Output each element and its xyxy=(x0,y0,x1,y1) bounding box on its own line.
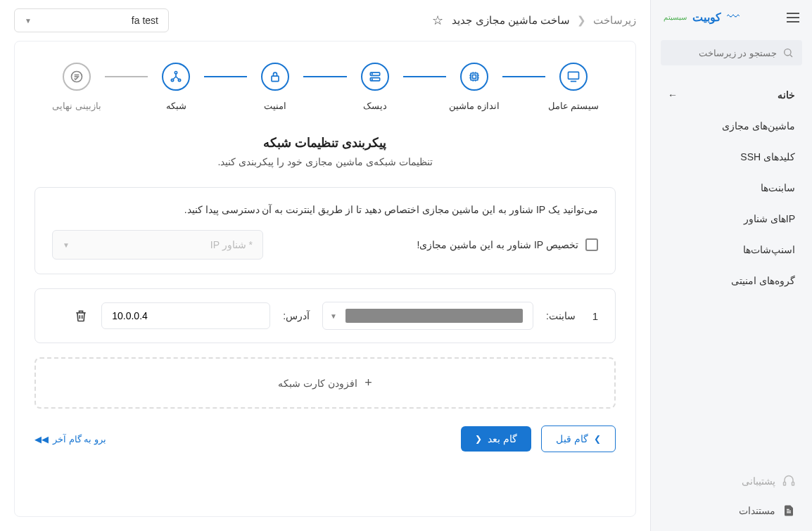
breadcrumb-current: ساخت ماشین مجازی جدید xyxy=(452,14,570,27)
next-label: گام بعد xyxy=(488,433,517,444)
footer-docs[interactable]: مستندات xyxy=(651,496,812,525)
project-dropdown[interactable]: ▼ fa test xyxy=(14,8,169,32)
checkbox-icon[interactable] xyxy=(585,238,598,251)
brand-sub: سیسیتم xyxy=(664,13,687,21)
arrow-left-icon: ← xyxy=(668,89,678,101)
svg-rect-20 xyxy=(272,76,279,82)
svg-rect-4 xyxy=(569,72,579,79)
nav-label: گروه‌های امنیتی xyxy=(731,275,795,286)
server-icon xyxy=(361,63,389,91)
nav-home[interactable]: خانه ← xyxy=(651,79,812,110)
sidebar: 〰 کوبیت سیسیتم خانه ← ماشین‌های مجازی کل… xyxy=(650,0,812,531)
floating-ip-info: می‌توانید یک IP شناور به این ماشین مجازی… xyxy=(52,202,598,217)
checklist-icon xyxy=(63,63,91,91)
floating-ip-checkbox-wrap[interactable]: تخصیص IP شناور به این ماشین مجازی! xyxy=(277,238,598,251)
nav-label: اسنپ‌شات‌ها xyxy=(743,244,795,255)
breadcrumb-parent[interactable]: زیرساخت xyxy=(593,14,636,27)
document-icon xyxy=(782,504,795,517)
breadcrumb: زیرساخت ❮ ساخت ماشین مجازی جدید xyxy=(452,14,636,27)
search-icon xyxy=(782,47,794,58)
project-selected: fa test xyxy=(132,15,158,26)
subnet-label: سابنت: xyxy=(546,310,576,321)
goto-last-label: برو به گام آخر xyxy=(53,434,106,444)
step-label: اندازه ماشین xyxy=(449,101,500,111)
svg-line-1 xyxy=(790,55,792,57)
floating-ip-panel: می‌توانید یک IP شناور به این ماشین مجازی… xyxy=(34,187,616,274)
step-os[interactable]: سیستم عامل xyxy=(545,63,602,111)
search-box[interactable] xyxy=(661,40,802,65)
step-label: بازبینی نهایی xyxy=(52,101,101,111)
svg-line-25 xyxy=(173,77,176,79)
nav-ssh[interactable]: کلیدهای SSH xyxy=(651,141,812,172)
footer-label: مستندات xyxy=(739,505,775,516)
double-chevron-left-icon: ◀◀ xyxy=(34,434,49,444)
stepper: سیستم عامل اندازه ماشین دیسک xyxy=(34,63,616,125)
chevron-right-icon: ❯ xyxy=(594,434,601,444)
goto-last-button[interactable]: برو به گام آخر ◀◀ xyxy=(34,434,106,444)
network-icon xyxy=(162,63,190,91)
svg-point-18 xyxy=(372,74,372,75)
star-icon[interactable]: ☆ xyxy=(432,13,443,28)
svg-point-21 xyxy=(175,72,177,74)
hamburger-icon[interactable] xyxy=(787,13,799,23)
step-size[interactable]: اندازه ماشین xyxy=(446,63,502,111)
floating-ip-select: ▼ IP شناور * xyxy=(52,230,263,260)
step-label: دیسک xyxy=(363,101,387,111)
brand-logo[interactable]: 〰 کوبیت سیسیتم xyxy=(664,10,740,25)
nav-label: کلیدهای SSH xyxy=(740,151,795,162)
step-disk[interactable]: دیسک xyxy=(347,63,403,111)
svg-rect-2 xyxy=(784,482,786,486)
trash-icon[interactable] xyxy=(73,308,89,324)
step-review[interactable]: بازبینی نهایی xyxy=(49,63,105,111)
section-title: پیکربندی تنظیمات شبکه xyxy=(34,135,616,151)
lock-icon xyxy=(261,63,289,91)
nav-vms[interactable]: ماشین‌های مجازی xyxy=(651,110,812,141)
nav-floating-ips[interactable]: IPهای شناور xyxy=(651,203,812,234)
chevron-down-icon: ▼ xyxy=(25,17,32,25)
add-nic-button[interactable]: + افزودن کارت شبکه xyxy=(34,357,616,409)
prev-label: گام قبل xyxy=(556,433,588,444)
subnet-select[interactable]: ▼ xyxy=(322,302,533,330)
headset-icon xyxy=(782,475,795,487)
footer-support[interactable]: پشتیبانی xyxy=(651,466,812,496)
svg-rect-6 xyxy=(471,73,478,80)
svg-rect-7 xyxy=(472,75,476,79)
footer-label: پشتیبانی xyxy=(742,475,775,487)
section-desc: تنظیمات شبکه‌ی ماشین مجازی خود را پیکربن… xyxy=(34,156,616,167)
chevron-down-icon: ▼ xyxy=(330,312,337,320)
address-input[interactable] xyxy=(101,302,270,329)
address-label: آدرس: xyxy=(283,310,310,321)
svg-point-0 xyxy=(785,49,791,56)
nav: خانه ← ماشین‌های مجازی کلیدهای SSH سابنت… xyxy=(651,74,812,461)
nav-subnets[interactable]: سابنت‌ها xyxy=(651,172,812,203)
sidebar-header: 〰 کوبیت سیسیتم xyxy=(651,0,812,34)
wizard-actions: ❯ گام قبل گام بعد ❮ برو به گام آخر ◀◀ xyxy=(34,426,616,452)
nav-label: سابنت‌ها xyxy=(761,182,795,193)
svg-point-19 xyxy=(372,79,372,79)
monitor-icon xyxy=(559,63,588,91)
chevron-down-icon: ▼ xyxy=(63,241,70,249)
step-label: شبکه xyxy=(166,101,186,111)
nav-label: IPهای شناور xyxy=(744,213,795,224)
prev-button[interactable]: ❯ گام قبل xyxy=(541,426,616,452)
wave-icon: 〰 xyxy=(727,10,740,25)
next-button[interactable]: گام بعد ❮ xyxy=(461,426,531,452)
brand-name: کوبیت xyxy=(692,11,721,24)
nav-label: ماشین‌های مجازی xyxy=(722,120,795,132)
step-network[interactable]: شبکه xyxy=(148,63,204,111)
select-placeholder: IP شناور * xyxy=(210,239,253,250)
add-nic-label: افزودن کارت شبکه xyxy=(278,378,357,389)
topbar: زیرساخت ❮ ساخت ماشین مجازی جدید ☆ ▼ fa t… xyxy=(0,0,650,41)
main: زیرساخت ❮ ساخت ماشین مجازی جدید ☆ ▼ fa t… xyxy=(0,0,650,531)
chevron-left-icon: ❮ xyxy=(475,434,482,444)
svg-line-26 xyxy=(176,77,179,79)
plus-icon: + xyxy=(364,376,372,390)
step-label: امنیت xyxy=(264,101,286,111)
search-input[interactable] xyxy=(659,48,777,58)
content-card: سیستم عامل اندازه ماشین دیسک xyxy=(14,41,636,517)
step-security[interactable]: امنیت xyxy=(247,63,303,111)
checkbox-label: تخصیص IP شناور به این ماشین مجازی! xyxy=(417,239,578,250)
nic-row: 1 سابنت: ▼ آدرس: xyxy=(34,288,616,343)
nav-security-groups[interactable]: گروه‌های امنیتی xyxy=(651,265,812,296)
nav-snapshots[interactable]: اسنپ‌شات‌ها xyxy=(651,234,812,265)
